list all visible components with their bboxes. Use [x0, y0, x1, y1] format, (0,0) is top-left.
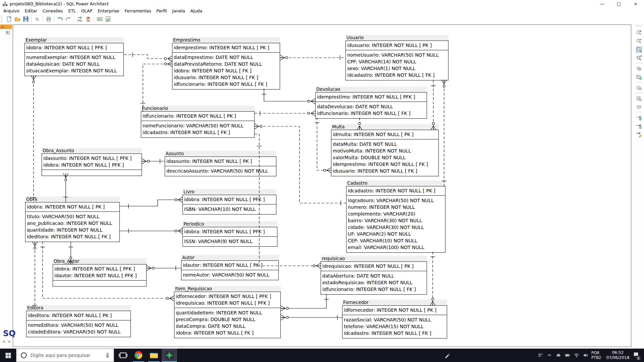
entity-column[interactable]: idobra: INTEGER NOT NULL [ FK ]: [172, 67, 280, 74]
entity-cadastro[interactable]: Cadastroidcadastro: INTEGER NOT NULL [ P…: [346, 180, 445, 253]
entity-pk-column[interactable]: idcadastro: INTEGER NOT NULL [ PK ]: [346, 187, 445, 194]
entity-column[interactable]: titulo: VARCHAR(50) NOT NULL: [25, 213, 119, 220]
entity-column[interactable]: idcadastro: INTEGER NOT NULL [ FK ]: [141, 129, 254, 136]
tray-volume-icon[interactable]: [583, 352, 589, 358]
entity-pk-column[interactable]: idmulta: INTEGER NOT NULL [ PK ]: [331, 131, 438, 138]
entity-column[interactable]: cidadeEditora: VARCHAR(50) NOT NULL: [26, 328, 130, 335]
database-mapping-button[interactable]: [95, 15, 104, 23]
shape-gray-button[interactable]: [635, 103, 643, 111]
edit-relationship-button[interactable]: [635, 130, 643, 138]
new-nonidentifying-relationship-button[interactable]: [635, 113, 643, 122]
entity-column[interactable]: quantidadeItem: INTEGER NOT NULL: [174, 309, 280, 316]
entity-column[interactable]: dataMulta: DATE NOT NULL: [331, 141, 438, 147]
tray-chevron-up-icon[interactable]: [546, 352, 552, 358]
tray-battery-icon[interactable]: [565, 352, 571, 358]
report-chart-button[interactable]: [104, 15, 112, 23]
entity-column[interactable]: complemento: VARCHAR(20): [346, 210, 445, 217]
entity-column[interactable]: razaoSocial: VARCHAR(50) NOT NULL: [342, 316, 447, 323]
menu-ferramentas[interactable]: Ferramentas: [125, 8, 151, 13]
new-identifying-relationship-button[interactable]: [635, 122, 643, 130]
entity-column[interactable]: CEP: VARCHAR(10) NOT NULL: [346, 237, 445, 244]
entity-pk-column[interactable]: idfuncionario: INTEGER NOT NULL [ PK ]: [141, 113, 254, 119]
entity-multa[interactable]: Multaidmulta: INTEGER NOT NULL [ PK ]dat…: [331, 124, 439, 176]
entity-pk-column[interactable]: idemprestimo: INTEGER NOT NULL [ PFK ]: [316, 94, 427, 100]
entity-emprestimo[interactable]: Emprestimoidemprestimo: INTEGER NOT NULL…: [172, 37, 280, 89]
entity-column[interactable]: nomeEditora: VARCHAR(50) NOT NULL: [26, 322, 130, 328]
entity-devolucao[interactable]: Devolucaoidemprestimo: INTEGER NOT NULL …: [315, 86, 427, 119]
tray-people-icon[interactable]: [537, 352, 543, 358]
entity-column[interactable]: estadoRequisicao: INTEGER NOT NULL: [321, 279, 427, 286]
entity-column[interactable]: ideditora: INTEGER NOT NULL [ FK ]: [25, 233, 119, 240]
save-button[interactable]: [21, 15, 30, 23]
entity-column[interactable]: nomeAutor: VARCHAR(50) NOT NULL: [181, 272, 278, 278]
compare-model-button[interactable]: [33, 15, 41, 23]
entity-obra_assunto[interactable]: Obra_Assuntoidassunto: INTEGER NOT NULL …: [42, 148, 142, 176]
entity-column[interactable]: ISSN: VARCHAR(9) NOT NULL: [183, 238, 277, 245]
menu-conexes[interactable]: Conexões: [43, 8, 63, 13]
entity-column[interactable]: valorMulta: DOUBLE NOT NULL: [331, 154, 438, 161]
entity-column[interactable]: dataAbertura: DATE NOT NULL: [321, 273, 427, 279]
scroll-right-arrow[interactable]: >: [7, 339, 11, 344]
entity-column[interactable]: email: VARCHAR(100) NOT NULL: [346, 244, 445, 251]
entity-pk-column[interactable]: idautor: INTEGER NOT NULL [ PFK ]: [53, 272, 146, 279]
microphone-icon[interactable]: [105, 353, 110, 358]
entity-column[interactable]: idemprestimo: INTEGER NOT NULL [ FK ]: [331, 161, 438, 168]
clock[interactable]: 06:52 07/06/2018: [606, 349, 629, 362]
entity-pk-column[interactable]: idobra: INTEGER NOT NULL [ PFK ]: [42, 162, 142, 168]
tray-wifi-icon[interactable]: [574, 352, 580, 358]
entity-pk-column[interactable]: idrequisicao: INTEGER NOT NULL [ PFK ]: [174, 300, 280, 306]
entity-usuario[interactable]: Usuarioidusuario: INTEGER NOT NULL [ PK …: [345, 35, 448, 80]
entity-column[interactable]: nomeUsuario: VARCHAR(50) NOT NULL: [346, 52, 448, 58]
entity-pk-column[interactable]: idautor: INTEGER NOT NULL [ PK ]: [181, 262, 278, 268]
entity-column[interactable]: telefone: VARCHAR(15) NOT NULL: [342, 323, 447, 330]
entity-column[interactable]: idusuario: INTEGER NOT NULL [ FK ]: [172, 74, 280, 81]
menu-ajuda[interactable]: Ajuda: [191, 8, 203, 13]
entity-column[interactable]: dataEmprestimo: DATE NOT NULL: [172, 54, 280, 61]
entity-column[interactable]: logradouro: VARCHAR(50) NOT NULL: [346, 197, 445, 204]
tray-cloud-icon[interactable]: [555, 352, 561, 358]
entity-column[interactable]: idfuncionario: INTEGER NOT NULL [ FK ]: [172, 81, 280, 87]
entity-pk-column[interactable]: idobra: INTEGER NOT NULL [ PFK ]: [53, 265, 146, 272]
entity-column[interactable]: precoCompra: DOUBLE NOT NULL: [174, 316, 280, 323]
entity-column[interactable]: dataCompra: DATE NOT NULL: [174, 323, 280, 329]
entity-column[interactable]: idcadastro: INTEGER NOT NULL [ FK ]: [346, 72, 448, 78]
menu-janela[interactable]: Janela: [172, 8, 185, 13]
pen-icon[interactable]: [441, 349, 453, 362]
entity-pk-column[interactable]: idobra: INTEGER NOT NULL [ PFK ]: [183, 228, 277, 235]
entity-fornecedor[interactable]: Fornecedoridfornecedor: INTEGER NOT NULL…: [342, 300, 447, 339]
menu-editar[interactable]: Editar: [25, 8, 37, 13]
zoom-cursor-button[interactable]: [635, 54, 643, 62]
taskbar-app-file-explorer[interactable]: [146, 349, 162, 362]
entity-editora[interactable]: Editoraideditora: INTEGER NOT NULL [ PK …: [26, 305, 131, 337]
entity-column[interactable]: idfuncionario: INTEGER NOT NULL [ FK ]: [321, 286, 427, 293]
print-button[interactable]: [44, 15, 53, 23]
entity-pk-column[interactable]: idobra: INTEGER NOT NULL [ PFK ]: [183, 196, 276, 203]
snapshot-gray-button[interactable]: [635, 83, 643, 92]
entity-column[interactable]: CPF: VARCHAR(14) NOT NULL: [346, 58, 448, 65]
entity-periodico[interactable]: Periodicoidobra: INTEGER NOT NULL [ PFK …: [182, 221, 277, 247]
entity-column[interactable]: ISBN: VARCHAR(10) NOT NULL: [183, 206, 276, 213]
start-button[interactable]: [0, 349, 16, 362]
maximize-button[interactable]: □: [610, 0, 627, 7]
entity-column[interactable]: situacaoExemplar: INTEGER NOT NULL: [25, 67, 123, 74]
entity-column[interactable]: quantidade: INTEGER NOT NULL: [25, 227, 119, 233]
entity-column[interactable]: nomeFuncionario: VARCHAR(50) NOT NULL: [141, 122, 254, 129]
entity-column[interactable]: motivoMulta: INTEGER NOT NULL: [331, 147, 438, 154]
taskbar-app-task-view[interactable]: [115, 349, 131, 362]
new-file-button[interactable]: [5, 15, 13, 23]
zoom-fit-button[interactable]: [635, 45, 643, 54]
entity-pk-column[interactable]: idfornecedor: INTEGER NOT NULL [ PK ]: [342, 307, 447, 313]
entity-column[interactable]: idobra: INTEGER NOT NULL [ FK ]: [174, 329, 280, 336]
entity-pk-column[interactable]: idusuario: INTEGER NOT NULL [ PK ]: [346, 42, 448, 49]
entity-obra[interactable]: Obraidobra: INTEGER NOT NULL [ PK ]titul…: [25, 196, 120, 242]
entity-pk-column[interactable]: idrequisicao: INTEGER NOT NULL [ PK ]: [321, 263, 427, 269]
entity-column[interactable]: dataAquisicao: DATE NOT NULL: [25, 61, 123, 67]
entity-column[interactable]: idcadastro: INTEGER NOT NULL [ FK ]: [342, 330, 447, 337]
redo-button[interactable]: [64, 15, 72, 23]
entity-item_requisicao[interactable]: Item_Requisicaoidfornecedor: INTEGER NOT…: [174, 286, 281, 338]
entity-column[interactable]: numero: INTEGER NOT NULL: [346, 204, 445, 210]
search-box[interactable]: Digite aqui para pesquisar: [16, 349, 114, 362]
entity-pk-column[interactable]: idobra: INTEGER NOT NULL [ PK ]: [25, 203, 119, 210]
entity-column[interactable]: UF: VARCHAR(2) NOT NULL: [346, 231, 445, 237]
entity-column[interactable]: dataDevolucao: DATE NOT NULL: [316, 103, 427, 110]
